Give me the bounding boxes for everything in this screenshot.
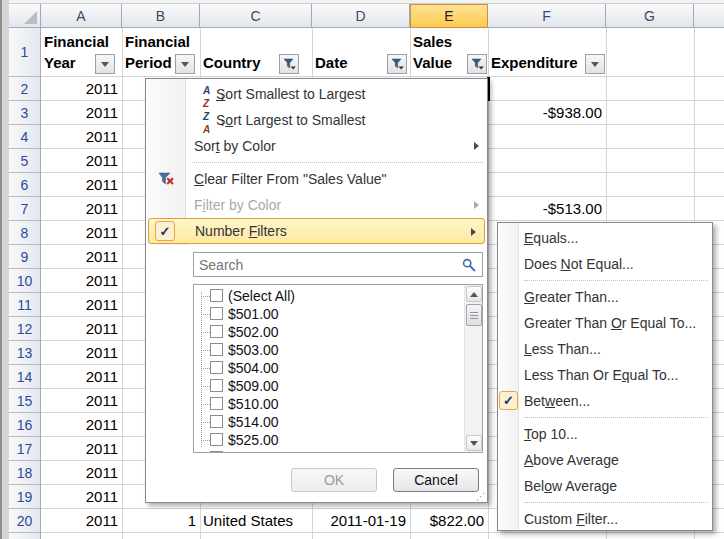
cell-f3[interactable]: -$938.00: [488, 101, 606, 125]
column-header-partial[interactable]: [694, 4, 724, 28]
menu-item-sort-by-color[interactable]: Sort by Color: [146, 133, 487, 159]
year-cell[interactable]: 2011: [41, 77, 122, 101]
submenu-item-greater-than-or-equal-to[interactable]: Greater Than Or Equal To...: [498, 310, 712, 336]
expenditure-filter-button[interactable]: [585, 54, 605, 74]
filter-value-item[interactable]: $502.00: [198, 323, 482, 341]
row-header[interactable]: 6: [9, 173, 40, 197]
submenu-item-below-average[interactable]: Below Average: [498, 473, 712, 499]
row-header[interactable]: 12: [9, 317, 40, 341]
year-cell[interactable]: 2011: [41, 437, 122, 461]
cell-f7[interactable]: -$513.00: [488, 197, 606, 221]
row-header[interactable]: 16: [9, 413, 40, 437]
row-header-1[interactable]: 1: [9, 28, 40, 77]
row-header[interactable]: 4: [9, 125, 40, 149]
checkbox[interactable]: [210, 289, 223, 302]
year-cell[interactable]: 2011: [41, 125, 122, 149]
row-header[interactable]: 11: [9, 293, 40, 317]
row-header[interactable]: 7: [9, 197, 40, 221]
filter-value-item[interactable]: $510.00: [198, 395, 482, 413]
row-header[interactable]: 3: [9, 101, 40, 125]
column-header-b[interactable]: B: [122, 4, 200, 28]
year-cell[interactable]: 2011: [41, 269, 122, 293]
scroll-up-button[interactable]: [466, 286, 482, 302]
submenu-item-less-than-or-equal-to[interactable]: Less Than Or Equal To...: [498, 362, 712, 388]
filter-value-item[interactable]: $525.00: [198, 431, 482, 449]
year-cell[interactable]: 2011: [41, 197, 122, 221]
column-header-a[interactable]: A: [41, 4, 122, 28]
row-header[interactable]: 8: [9, 221, 40, 245]
row-header[interactable]: 9: [9, 245, 40, 269]
column-header-c[interactable]: C: [200, 4, 312, 28]
filter-value-item[interactable]: $509.00: [198, 377, 482, 395]
filter-value-item[interactable]: $514.00: [198, 413, 482, 431]
year-cell[interactable]: 2011: [41, 173, 122, 197]
checkbox[interactable]: [210, 415, 223, 428]
filter-search-input[interactable]: [199, 255, 449, 274]
submenu-item-does-not-equal[interactable]: Does Not Equal...: [498, 251, 712, 277]
column-header-g[interactable]: G: [606, 4, 694, 28]
cell-c20[interactable]: United States: [200, 509, 312, 533]
checkbox[interactable]: [210, 361, 223, 374]
checkbox[interactable]: [210, 451, 223, 453]
checkbox[interactable]: [210, 325, 223, 338]
cell-b20[interactable]: 1: [122, 509, 200, 533]
row-header[interactable]: 15: [9, 389, 40, 413]
menu-item-sort-largest-to-smallest[interactable]: Z A ↓ Sort Largest to Smallest: [146, 107, 487, 133]
menu-item-sort-smallest-to-largest[interactable]: A Z ↓ Sort Smallest to Largest: [146, 81, 487, 107]
resize-grip[interactable]: ⋰: [476, 492, 486, 502]
scroll-thumb[interactable]: [466, 304, 482, 326]
year-cell[interactable]: 2011: [41, 317, 122, 341]
column-header-d[interactable]: D: [312, 4, 410, 28]
filter-value-item[interactable]: $503.00: [198, 341, 482, 359]
row-header[interactable]: 18: [9, 461, 40, 485]
sales-value-filter-button[interactable]: [467, 54, 487, 74]
year-cell[interactable]: 2011: [41, 389, 122, 413]
row-header[interactable]: 20: [9, 509, 40, 533]
checkbox[interactable]: [210, 307, 223, 320]
year-cell[interactable]: 2011: [41, 461, 122, 485]
row-header[interactable]: 13: [9, 341, 40, 365]
year-cell[interactable]: 2011: [41, 341, 122, 365]
filter-value-item[interactable]: $504.00: [198, 359, 482, 377]
cancel-button[interactable]: Cancel: [393, 468, 479, 492]
year-cell[interactable]: 2011: [41, 485, 122, 509]
column-header-e-selected[interactable]: E: [410, 4, 488, 28]
year-cell[interactable]: 2011: [41, 365, 122, 389]
column-header-f[interactable]: F: [488, 4, 606, 28]
select-all-corner[interactable]: [9, 4, 41, 28]
row-header[interactable]: 17: [9, 437, 40, 461]
scroll-down-button[interactable]: [466, 435, 482, 451]
submenu-item-between[interactable]: ✓ Between...: [498, 388, 712, 414]
menu-item-filter-by-color[interactable]: Filter by Color: [146, 192, 487, 218]
checkbox[interactable]: [210, 379, 223, 392]
year-cell[interactable]: 2011: [41, 149, 122, 173]
year-cell[interactable]: 2011: [41, 101, 122, 125]
submenu-item-above-average[interactable]: Above Average: [498, 447, 712, 473]
filter-value-item[interactable]: $501.00: [198, 305, 482, 323]
row-header[interactable]: 19: [9, 485, 40, 509]
submenu-item-equals[interactable]: Equals...: [498, 225, 712, 251]
row-header[interactable]: 14: [9, 365, 40, 389]
cell-a20[interactable]: 2011: [41, 509, 122, 533]
checkbox[interactable]: [210, 343, 223, 356]
year-cell[interactable]: 2011: [41, 245, 122, 269]
date-filter-button[interactable]: [387, 54, 407, 74]
checkbox[interactable]: [210, 397, 223, 410]
checkbox[interactable]: [210, 433, 223, 446]
menu-item-number-filters[interactable]: ✓ Number Filters: [148, 218, 485, 244]
submenu-item-greater-than[interactable]: Greater Than...: [498, 284, 712, 310]
year-cell[interactable]: 2011: [41, 293, 122, 317]
period-filter-button[interactable]: [175, 54, 195, 74]
submenu-item-custom-filter[interactable]: Custom Filter...: [498, 506, 712, 532]
filter-value-item[interactable]: (Select All): [198, 287, 482, 305]
row-header[interactable]: 10: [9, 269, 40, 293]
list-scrollbar[interactable]: [464, 285, 482, 452]
row-header[interactable]: 5: [9, 149, 40, 173]
year-filter-button[interactable]: [95, 54, 115, 74]
country-filter-button[interactable]: [279, 54, 299, 74]
year-cell[interactable]: 2011: [41, 221, 122, 245]
submenu-item-less-than[interactable]: Less Than...: [498, 336, 712, 362]
filter-value-item-partial[interactable]: [198, 449, 482, 453]
menu-item-clear-filter[interactable]: Clear Filter From "Sales Value": [146, 166, 487, 192]
cell-d20[interactable]: 2011-01-19: [312, 509, 410, 533]
